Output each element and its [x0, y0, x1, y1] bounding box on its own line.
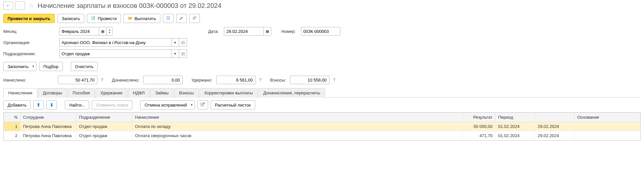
date-calendar-button[interactable]: ▦	[263, 27, 271, 36]
add-row-button[interactable]: Добавить	[3, 100, 31, 110]
pay-icon	[128, 16, 132, 21]
open-icon: ◰	[181, 40, 185, 45]
page-title: Начисление зарплаты и взносов 00ЗК-00000…	[38, 2, 222, 10]
tab-5[interactable]: Займы	[150, 88, 174, 98]
chevron-down-icon: ▼	[190, 103, 193, 107]
chevron-down-icon: ▼	[32, 65, 35, 68]
cancel-search-button[interactable]: Отменить поиск	[92, 100, 132, 110]
save-button[interactable]: Записать	[57, 14, 84, 23]
move-down-button[interactable]: ⬇	[46, 100, 57, 110]
chevron-down-icon: ▾	[174, 40, 176, 45]
month-label: Месяц:	[3, 29, 56, 34]
col-employee[interactable]: Сотрудник	[20, 113, 76, 122]
table-row[interactable]: 1Петрова Анна ПавловнаОтдел продажОплата…	[4, 122, 640, 131]
tab-7[interactable]: Корректировки выплаты	[200, 88, 258, 98]
chevron-down-icon: ▾	[109, 31, 110, 34]
tab-6[interactable]: Взносы	[174, 88, 199, 98]
accrued-value[interactable]	[58, 76, 97, 84]
tab-2[interactable]: Пособия	[68, 88, 95, 98]
col-period-end[interactable]	[535, 113, 575, 122]
accrued-help-icon[interactable]: ?	[101, 77, 103, 83]
arrow-down-icon: ⬇	[50, 102, 54, 108]
dept-open-button[interactable]: ◰	[179, 49, 187, 58]
arrow-right-icon: →	[18, 3, 22, 8]
tab-8[interactable]: Доначисления, перерасчеты	[258, 88, 325, 98]
extra-label: Доначислено:	[112, 78, 140, 83]
table-plus-icon	[201, 102, 205, 108]
post-button[interactable]: Провести	[87, 14, 121, 23]
org-input[interactable]	[59, 38, 171, 47]
select-button[interactable]: Подбор	[39, 62, 63, 71]
col-basis[interactable]: Основание	[575, 113, 640, 122]
post-and-close-button[interactable]: Провести и закрыть	[3, 14, 55, 23]
col-period[interactable]: Период	[496, 113, 535, 122]
paperclip-icon	[192, 16, 197, 21]
payslip-button[interactable]: Расчетный листок	[211, 100, 255, 110]
org-open-button[interactable]: ◰	[179, 38, 187, 47]
org-label: Организация:	[3, 40, 56, 45]
move-up-button[interactable]: ⬆	[33, 100, 44, 110]
chevron-down-icon: ▾	[174, 52, 176, 56]
accruals-grid[interactable]: N Сотрудник Подразделение Начисление Рез…	[3, 112, 641, 141]
org-dropdown-button[interactable]: ▾	[171, 38, 179, 47]
withheld-value[interactable]	[216, 76, 256, 84]
extra-value[interactable]	[143, 76, 183, 84]
month-calendar-button[interactable]: ▦	[99, 27, 107, 36]
nav-forward-button[interactable]: →	[15, 1, 25, 10]
post-icon	[91, 16, 96, 21]
clear-button[interactable]: Очистить	[71, 62, 98, 71]
contrib-value[interactable]	[290, 76, 330, 84]
accrued-label: Начислено:	[3, 78, 56, 83]
tab-0[interactable]: Начисления	[3, 88, 37, 98]
dept-input[interactable]	[59, 49, 171, 58]
pencil-icon	[179, 16, 184, 21]
tab-1[interactable]: Договоры	[38, 88, 67, 98]
col-accrual[interactable]: Начисление	[132, 113, 463, 122]
grid-settings-button[interactable]	[198, 100, 208, 110]
arrow-up-icon: ⬆	[37, 102, 40, 108]
date-input[interactable]	[224, 27, 263, 36]
svg-rect-0	[92, 16, 95, 20]
edit-button[interactable]	[176, 14, 187, 23]
undo-corrections-button[interactable]: Отмена исправлений ▼	[140, 100, 195, 110]
pay-button[interactable]: Выплатить	[123, 14, 160, 23]
col-dept[interactable]: Подразделение	[76, 113, 132, 122]
number-label: Номер:	[281, 29, 296, 34]
dept-label: Подразделение:	[3, 51, 56, 56]
nav-back-button[interactable]: ←	[3, 1, 13, 10]
month-spinner[interactable]: ▴▾	[107, 27, 113, 36]
svg-point-2	[130, 17, 131, 19]
document-lines-icon	[166, 16, 171, 21]
number-input[interactable]	[301, 27, 340, 36]
date-label: Дата:	[208, 29, 219, 34]
contrib-label: Взносы:	[270, 78, 286, 83]
col-result[interactable]: Результат	[463, 113, 496, 122]
tab-3[interactable]: Удержания	[95, 88, 127, 98]
withheld-label: Удержано:	[191, 78, 212, 83]
fill-button[interactable]: Заполнить ▼	[3, 62, 37, 71]
attach-button[interactable]	[189, 14, 200, 23]
report-button[interactable]	[163, 14, 174, 23]
arrow-left-icon: ←	[6, 3, 11, 8]
col-n[interactable]: N	[4, 113, 20, 122]
favorite-star-icon[interactable]: ☆	[28, 2, 34, 10]
open-icon: ◰	[181, 52, 185, 56]
month-input[interactable]	[59, 27, 99, 36]
calendar-icon: ▦	[101, 29, 104, 34]
contrib-help-icon[interactable]: ?	[333, 77, 335, 83]
table-row[interactable]: 2Петрова Анна ПавловнаОтдел продажОплата…	[4, 131, 640, 140]
calendar-icon: ▦	[266, 29, 269, 34]
dept-dropdown-button[interactable]: ▾	[171, 49, 179, 58]
tab-4[interactable]: НДФЛ	[128, 88, 150, 98]
withheld-help-icon[interactable]: ?	[259, 77, 262, 83]
find-button[interactable]: Найти...	[65, 100, 89, 110]
